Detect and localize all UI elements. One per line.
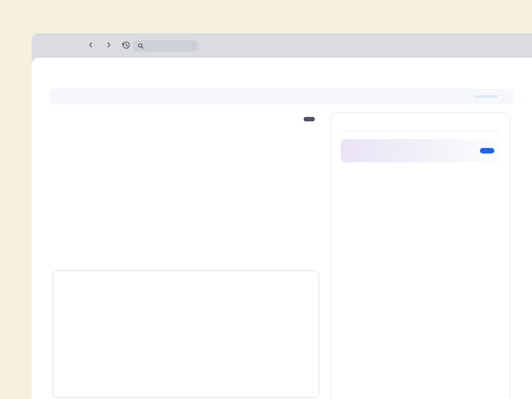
- search-input[interactable]: [133, 40, 198, 52]
- chevron-right-icon: [105, 41, 112, 49]
- forward-button[interactable]: [104, 40, 113, 49]
- script-text-area[interactable]: [53, 270, 319, 398]
- ai-companion-badge: [304, 117, 315, 121]
- get-started-button[interactable]: [480, 148, 494, 154]
- custom-avatar-banner: [341, 139, 500, 162]
- panel-tabs: [341, 131, 500, 131]
- chevron-left-icon: [87, 41, 95, 49]
- search-icon: [137, 43, 144, 49]
- customize-panel: [330, 112, 510, 399]
- titlebar: [32, 33, 532, 58]
- history-icon: [121, 40, 131, 50]
- usage-meter: [474, 95, 498, 98]
- avatar-video-preview[interactable]: [53, 112, 319, 261]
- main-content: [32, 58, 532, 399]
- back-button[interactable]: [86, 40, 95, 49]
- usage-notice-bar: [50, 89, 513, 104]
- history-button[interactable]: [121, 40, 131, 49]
- app-window: [32, 33, 532, 399]
